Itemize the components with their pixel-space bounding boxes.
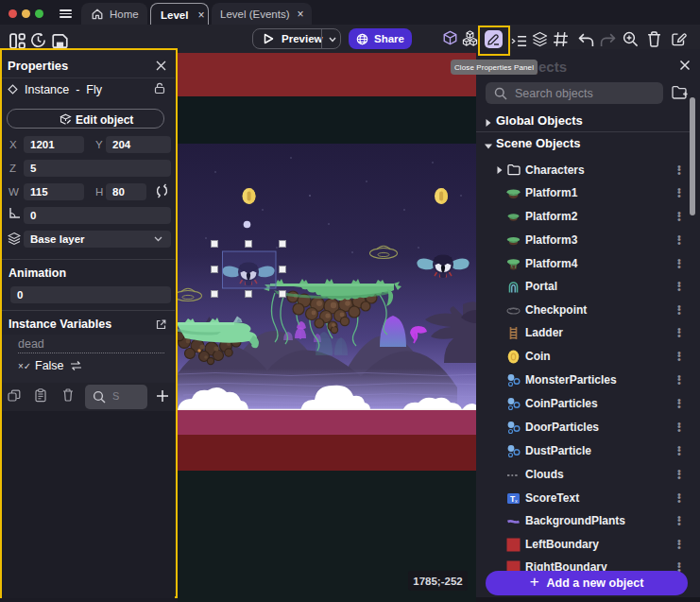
svg-text:x: x bbox=[515, 498, 518, 504]
